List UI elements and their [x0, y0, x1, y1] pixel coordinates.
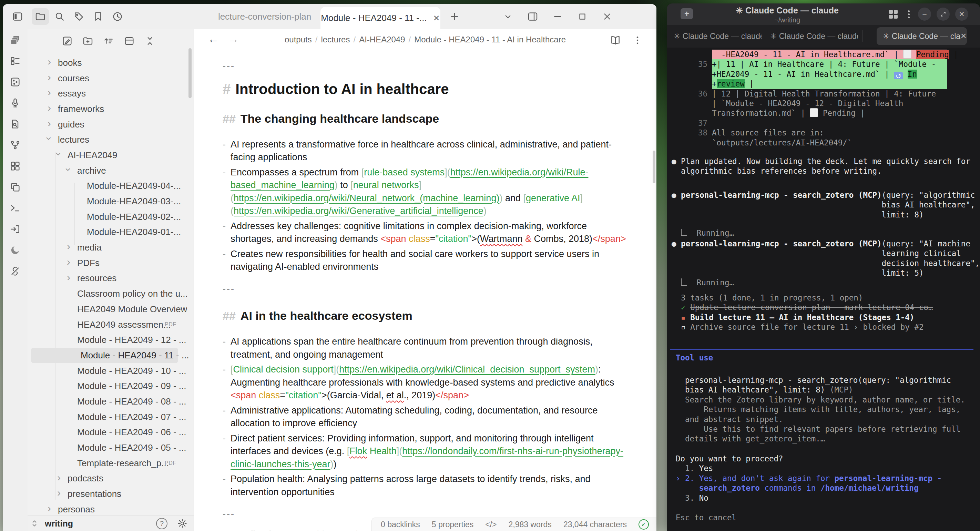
new-note-icon[interactable]: [59, 33, 76, 49]
note-content[interactable]: ---#Introduction to AI in healthcare##Th…: [223, 51, 633, 531]
reading-view-icon[interactable]: [607, 32, 624, 49]
heading-text: Introduction to AI in healthcare: [235, 81, 449, 97]
terminal-tab-close-icon[interactable]: ✕: [960, 32, 967, 41]
bookmark-icon[interactable]: [89, 8, 107, 25]
dice-icon[interactable]: [6, 74, 24, 90]
breadcrumb-part[interactable]: AI-HEA2049: [359, 35, 405, 44]
terminal-tab-2[interactable]: ✳ Claude Code — claude: [770, 25, 858, 48]
unlink-icon[interactable]: [6, 263, 24, 280]
tab-list-icon[interactable]: [499, 8, 517, 25]
tree-item[interactable]: Module-HEA2049-03-...: [27, 194, 194, 209]
tree-item[interactable]: HEA2049 Module Overview: [27, 302, 194, 317]
rows-icon[interactable]: [121, 33, 138, 49]
maximize-icon[interactable]: [574, 8, 591, 25]
stacked-cards-icon[interactable]: [6, 32, 24, 48]
tree-item[interactable]: Module - HEA2049 - 07 - ...: [27, 409, 194, 425]
tab-close-icon[interactable]: ✕: [433, 13, 440, 23]
status-item[interactable]: 5 properties: [432, 520, 474, 529]
terminal-body[interactable]: -HEA2049 - 11 - AI in Healthcare.md` | P…: [667, 48, 980, 531]
breadcrumb-separator: /: [405, 35, 415, 44]
vault-switcher-icon[interactable]: [27, 515, 41, 531]
tree-item[interactable]: Module-HEA2049-02-...: [27, 209, 194, 225]
terminal-app-icon: +: [681, 8, 693, 19]
tree-item[interactable]: Classroom policy on the u...: [27, 286, 194, 302]
collapse-icon[interactable]: [141, 33, 159, 49]
breadcrumb[interactable]: outputs/lectures/AI-HEA2049/Module - HEA…: [194, 35, 656, 45]
help-icon[interactable]: ?: [156, 518, 167, 529]
tag-icon[interactable]: [70, 8, 88, 25]
tree-item[interactable]: ›resources: [27, 271, 194, 286]
tree-item[interactable]: ›courses: [27, 71, 194, 86]
status-item[interactable]: 2,983 words: [509, 520, 552, 529]
status-item[interactable]: 23,044 characters: [563, 520, 627, 529]
sign-in-icon[interactable]: [6, 221, 24, 237]
settings-gear-icon[interactable]: [174, 515, 191, 531]
tree-item[interactable]: Module - HEA2049 - 05 - ...: [27, 440, 194, 456]
moon-icon[interactable]: [6, 242, 24, 258]
breadcrumb-part[interactable]: Module - HEA2049 - 11 - AI in Healthcare: [414, 35, 566, 44]
tab-lecture-conversion-plan[interactable]: lecture-conversion-plan: [210, 4, 320, 29]
tree-item[interactable]: Module - HEA2049 - 11 - ...: [31, 348, 178, 363]
tree-item[interactable]: Module-HEA2049-04-...: [27, 178, 194, 194]
new-folder-icon[interactable]: [79, 33, 97, 49]
tree-item[interactable]: Module-HEA2049-01-...: [27, 225, 194, 240]
terminal-tab-label: ✳ Claude Code — cla: [883, 32, 960, 41]
terminal-icon[interactable]: [6, 200, 24, 216]
tree-item[interactable]: ›presentations: [27, 486, 194, 502]
tree-item[interactable]: ›guides: [27, 117, 194, 132]
tree-item[interactable]: ›lectures: [27, 132, 194, 148]
search-icon[interactable]: [51, 8, 68, 25]
terminal-line: | `Module - HEA2049 - 12 - Digital Healt…: [667, 99, 947, 108]
diff-line-content: All source files are in:: [712, 128, 947, 137]
tree-item[interactable]: ›essays: [27, 86, 194, 101]
terminal-line: › 2. Yes, and don't ask again for person…: [676, 474, 942, 483]
tree-item[interactable]: ›frameworks: [27, 101, 194, 117]
terminal-resize-button[interactable]: [937, 8, 950, 21]
terminal-tab-active[interactable]: ✳ Claude Code — cla ✕: [877, 27, 967, 45]
status-item[interactable]: 0 backlinks: [381, 520, 420, 529]
tab-module-hea2049-11[interactable]: Module - HEA2049 - 11 -... ✕: [320, 7, 441, 29]
terminal-minimize-button[interactable]: –: [918, 8, 931, 21]
layout-grid-icon[interactable]: [889, 10, 898, 19]
terminal-close-button[interactable]: ✕: [955, 8, 968, 21]
tree-item-label: archive: [77, 165, 106, 176]
breadcrumb-separator: /: [312, 35, 321, 44]
tree-item[interactable]: Module - HEA2049 - 09 - ...: [27, 378, 194, 394]
tree-item[interactable]: ›books: [27, 55, 194, 71]
microphone-icon[interactable]: [6, 95, 24, 111]
tree-item[interactable]: Module - HEA2049 - 06 - ...: [27, 425, 194, 440]
sort-icon[interactable]: [100, 33, 117, 49]
tree-item[interactable]: ›media: [27, 240, 194, 255]
tree-item[interactable]: HEA2049 assessmen...PDF: [27, 317, 194, 332]
tree-item[interactable]: ›personas: [27, 502, 194, 516]
panel-left-toggle-icon[interactable]: [9, 8, 26, 25]
copy-icon[interactable]: [6, 179, 24, 196]
breadcrumb-part[interactable]: lectures: [321, 35, 350, 44]
folder-icon[interactable]: [32, 8, 49, 25]
terminal-subtitle: ~/writing: [698, 16, 877, 24]
tree-item[interactable]: Module - HEA2049 - 08 - ...: [27, 394, 194, 409]
close-icon[interactable]: [598, 8, 616, 25]
layout-list-icon[interactable]: [6, 53, 24, 69]
tree-item[interactable]: ›archive: [27, 163, 194, 178]
tree-item[interactable]: Template-research_p...PDF: [27, 456, 194, 471]
terminal-tab-1[interactable]: ✳ Claude Code — claude: [674, 25, 762, 48]
graph-icon[interactable]: [6, 137, 24, 153]
breadcrumb-part[interactable]: outputs: [285, 35, 312, 44]
layout-grid-icon[interactable]: [6, 158, 24, 174]
kebab-menu-icon[interactable]: [908, 10, 910, 18]
tree-item[interactable]: ›podcasts: [27, 471, 194, 486]
tree-item[interactable]: ›AI-HEA2049: [27, 148, 194, 163]
editor-scrollbar[interactable]: [653, 151, 655, 183]
vault-name[interactable]: writing: [45, 518, 73, 529]
file-search-icon[interactable]: [6, 116, 24, 132]
tree-item[interactable]: Module - HEA2049 - 10 - ...: [27, 363, 194, 379]
more-options-icon[interactable]: [629, 32, 646, 49]
panel-right-toggle-icon[interactable]: [524, 8, 541, 25]
tree-item[interactable]: Module - HEA2049 - 12 - ...: [27, 332, 194, 348]
tree-item[interactable]: ›PDFs: [27, 255, 194, 271]
minimize-icon[interactable]: [549, 8, 566, 25]
clock-icon[interactable]: [109, 8, 126, 25]
new-tab-button[interactable]: +: [446, 9, 463, 24]
status-item[interactable]: </>: [485, 520, 496, 529]
